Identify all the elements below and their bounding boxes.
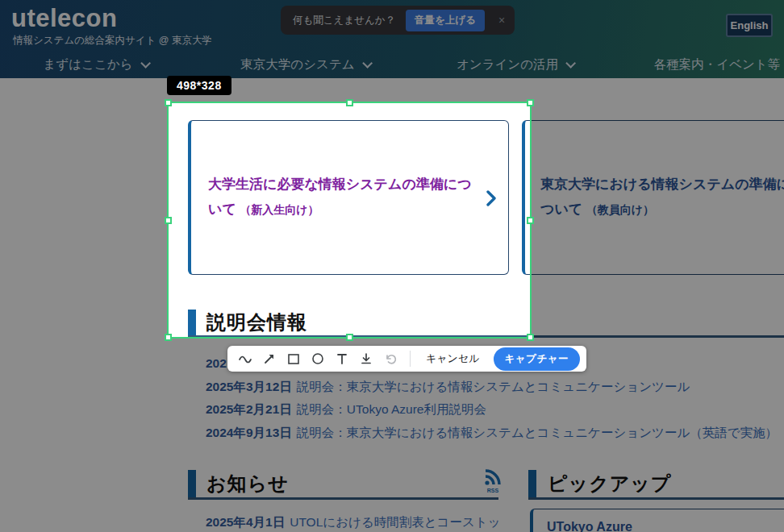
card-text: 東京大学における情報システムの準備について （教員向け） — [540, 172, 784, 222]
language-toggle-button[interactable]: English — [726, 14, 773, 37]
volume-up-button[interactable]: 音量を上げる — [406, 10, 485, 31]
pickup-heading: ピックアップ — [548, 470, 671, 497]
site-tagline: 情報システムの総合案内サイト @ 東京大学 — [13, 34, 212, 48]
capture-toolbar: キャンセル キャプチャー — [227, 346, 586, 372]
nav-item-label: オンラインの活用 — [457, 56, 558, 73]
undo-icon[interactable] — [379, 348, 402, 369]
resize-handle-middle-right[interactable] — [527, 217, 534, 224]
toolbar-divider — [410, 351, 411, 367]
nav-item-online-usage[interactable]: オンラインの活用 — [410, 51, 619, 78]
ellipse-tool-icon[interactable] — [307, 348, 329, 369]
pen-tool-icon[interactable] — [234, 348, 256, 369]
news-link[interactable]: UTOLにおける時間割表とコーストッ — [290, 515, 500, 529]
nav-item-label: 東京大学のシステム — [240, 56, 354, 73]
capture-selection-region[interactable] — [167, 102, 532, 339]
rectangle-tool-icon[interactable] — [282, 348, 305, 369]
session-row: 2024年9月13日説明会：東京大学における情報システムとコミュニケーションツー… — [206, 425, 784, 442]
resize-handle-top-middle[interactable] — [346, 99, 353, 106]
chevron-down-icon — [362, 58, 373, 69]
session-row: 2025年2月21日説明会：UTokyo Azure利用説明会 — [206, 401, 784, 418]
session-row: 2025年3月12日説明会：東京大学における情報システムとコミュニケーションツー… — [206, 379, 784, 396]
resize-handle-bottom-left[interactable] — [165, 334, 172, 341]
download-icon[interactable] — [355, 348, 377, 369]
card-faculty[interactable]: 東京大学における情報システムの準備について （教員向け） — [522, 120, 784, 275]
nav-item-label: 各種案内・イベント等 — [654, 56, 780, 73]
session-link[interactable]: 説明会：東京大学における情報システムとコミュニケーションツール — [297, 380, 690, 393]
chevron-down-icon — [140, 58, 151, 69]
resize-handle-bottom-right[interactable] — [527, 334, 534, 341]
session-link[interactable]: 説明会：東京大学における情報システムとコミュニケーションツール（英語で実施） — [297, 426, 778, 439]
section-underline — [528, 497, 784, 500]
section-accent-bar — [528, 470, 536, 497]
toast-message: 何も聞こえませんか？ — [293, 14, 395, 27]
news-heading: お知らせ — [206, 470, 289, 497]
pickup-card-utokyo-azure[interactable]: UTokyo Azure — [530, 509, 784, 532]
close-icon[interactable]: × — [498, 14, 505, 27]
site-logo[interactable]: utelecon — [11, 4, 117, 33]
nav-item-label: まずはここから — [43, 56, 132, 73]
main-nav: まずはここから 東京大学のシステム オンラインの活用 各種案内・イベント等 — [0, 51, 784, 78]
resize-handle-top-right[interactable] — [527, 99, 534, 106]
resize-handle-bottom-middle[interactable] — [346, 334, 353, 341]
selection-size-label: 498*328 — [167, 76, 231, 95]
news-row: 2025年4月1日UTOLにおける時間割表とコーストッ — [206, 514, 528, 531]
resize-handle-top-left[interactable] — [165, 99, 172, 106]
nav-item-guides-events[interactable]: 各種案内・イベント等 — [619, 51, 784, 78]
text-tool-icon[interactable] — [331, 348, 353, 369]
cancel-button[interactable]: キャンセル — [419, 351, 487, 366]
nav-item-start-here[interactable]: まずはここから — [0, 51, 200, 78]
section-underline — [188, 497, 498, 500]
capture-button[interactable]: キャプチャー — [494, 347, 580, 371]
section-accent-bar — [188, 470, 196, 497]
volume-notification-toast: 何も聞こえませんか？ 音量を上げる × — [281, 6, 515, 35]
session-link[interactable]: 説明会：UTokyo Azure利用説明会 — [297, 402, 486, 416]
nav-item-utokyo-systems[interactable]: 東京大学のシステム — [200, 51, 410, 78]
arrow-tool-icon[interactable] — [258, 348, 281, 369]
resize-handle-middle-left[interactable] — [165, 217, 172, 224]
rss-icon[interactable]: RSS — [482, 468, 503, 497]
chevron-down-icon — [565, 58, 576, 69]
